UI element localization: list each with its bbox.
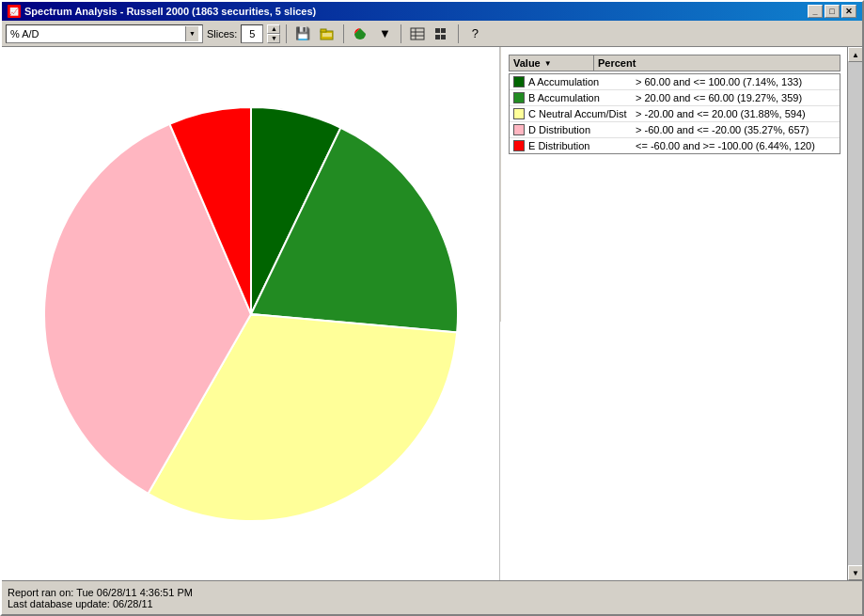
maximize-button[interactable]: □ [825,5,840,18]
status-line-1: Report ran on: Tue 06/28/11 4:36:51 PM [8,587,856,598]
legend-label-1: B Accumulation [528,92,632,103]
dropdown-value: % A/D [10,28,39,39]
legend-percent-label: Percent [598,57,636,69]
svg-rect-11 [441,35,446,39]
analysis-dropdown[interactable]: % A/D ▼ [6,24,203,43]
status-bar: Report ran on: Tue 06/28/11 4:36:51 PM L… [2,580,862,614]
minimize-button[interactable]: _ [808,5,823,18]
legend-area: Value ▼ Percent A Accumulation > 60.00 a… [500,47,848,322]
legend-value-4: <= -60.00 and >= -100.00 (6.44%, 120) [636,140,836,151]
empty-space [500,322,847,581]
dropdown-arrow-icon: ▼ [185,26,198,41]
legend-color-0 [513,76,525,87]
spin-down-button[interactable]: ▼ [267,34,280,43]
chart-type-button[interactable] [350,24,370,44]
toolbar-separator-3 [401,24,401,43]
slices-spinner: ▲ ▼ [267,24,280,43]
legend-label-2: C Neutral Accum/Dist [528,108,632,119]
slices-label: Slices: [207,28,237,39]
legend-color-3 [513,124,525,135]
help-button[interactable]: ? [464,24,485,44]
close-button[interactable]: ✕ [841,5,856,18]
chart-type-dropdown-button[interactable]: ▼ [374,24,395,44]
sort-icon: ▼ [544,59,552,68]
legend-color-4 [513,140,525,151]
svg-rect-1 [321,29,326,32]
title-bar: 📈 Spectrum Analysis - Russell 2000 (1863… [2,2,862,21]
scroll-track [848,62,862,565]
legend-row-2: C Neutral Accum/Dist > -20.00 and <= 20.… [510,106,840,122]
legend-row-0: A Accumulation > 60.00 and <= 100.00 (7.… [510,74,840,90]
window-title: Spectrum Analysis - Russell 2000 (1863 s… [24,6,316,17]
toolbar-separator-2 [343,24,344,43]
pie-chart [21,84,481,545]
app-icon: 📈 [8,5,21,18]
scrollbar: ▲ ▼ [847,47,862,580]
legend-label-4: E Distribution [528,140,632,151]
legend-row-1: B Accumulation > 20.00 and <= 60.00 (19.… [510,90,840,106]
save-button[interactable]: 💾 [292,24,313,44]
legend-header: Value ▼ Percent [509,55,840,71]
spin-up-button[interactable]: ▲ [267,24,280,34]
chart-area [2,47,499,580]
legend-row-3: D Distribution > -60.00 and <= -20.00 (3… [510,122,840,138]
right-panel: Value ▼ Percent A Accumulation > 60.00 a… [499,47,847,580]
title-bar-left: 📈 Spectrum Analysis - Russell 2000 (1863… [8,5,316,18]
legend-row-4: E Distribution <= -60.00 and >= -100.00 … [510,138,840,153]
status-line-2: Last database update: 06/28/11 [8,598,856,609]
scroll-down-button[interactable]: ▼ [848,565,862,580]
legend-value-header: Value ▼ [510,55,594,71]
legend-label-3: D Distribution [528,124,632,135]
legend-color-1 [513,92,525,103]
legend-table: A Accumulation > 60.00 and <= 100.00 (7.… [509,73,840,154]
toolbar: % A/D ▼ Slices: ▲ ▼ 💾 ▼ [2,21,862,47]
scroll-up-button[interactable]: ▲ [848,47,862,62]
grid-view-button[interactable] [432,24,452,44]
legend-value-3: > -60.00 and <= -20.00 (35.27%, 657) [636,124,836,135]
legend-value-0: > 60.00 and <= 100.00 (7.14%, 133) [636,76,836,87]
table-view-button[interactable] [407,24,428,44]
legend-value-1: > 20.00 and <= 60.00 (19.27%, 359) [636,92,836,103]
toolbar-separator-4 [458,24,459,43]
legend-value-label: Value [513,57,541,69]
slices-input[interactable] [241,24,263,43]
content-area: Value ▼ Percent A Accumulation > 60.00 a… [2,47,862,580]
svg-rect-8 [435,28,440,33]
title-controls: _ □ ✕ [808,5,856,18]
legend-color-2 [513,108,525,119]
pie-chart-final [21,84,481,545]
svg-rect-10 [435,35,440,39]
svg-rect-4 [411,28,424,39]
legend-value-2: > -20.00 and <= 20.00 (31.88%, 594) [636,108,836,119]
toolbar-separator-1 [286,24,287,43]
svg-rect-9 [441,28,446,33]
legend-label-0: A Accumulation [528,76,632,87]
legend-percent-header: Percent [594,55,840,71]
main-window: 📈 Spectrum Analysis - Russell 2000 (1863… [0,0,864,616]
open-button[interactable] [317,24,338,44]
